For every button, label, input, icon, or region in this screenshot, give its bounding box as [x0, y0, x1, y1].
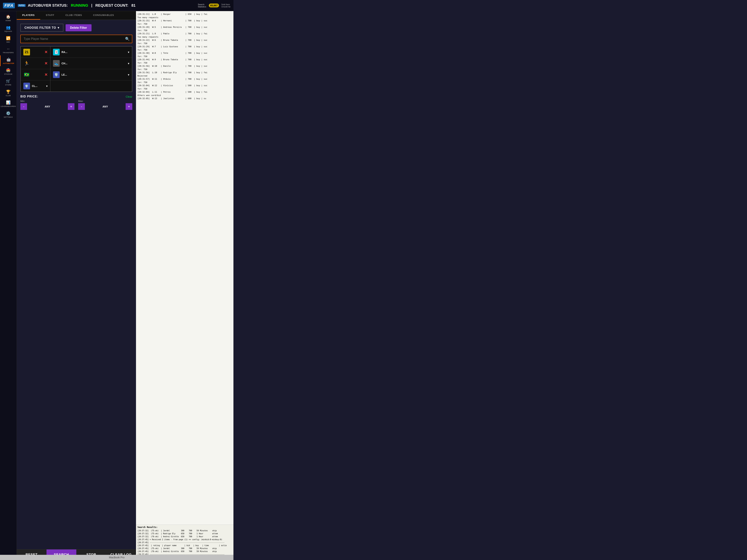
log-entry: [20:31:11] L:8 | Haigar | 650 | buy | fa… [137, 13, 232, 16]
filter-label: CHOOSE FILTER TO [24, 26, 56, 29]
nationality-flag-icon: 🇧🇷 [23, 71, 30, 78]
search-result-row: [20:37:45] = Received 2 items - from pag… [137, 538, 232, 541]
filter-option-ch[interactable]: 👟 CH... ▾ [50, 58, 132, 69]
search-icon-button[interactable]: 🔍 [125, 37, 130, 41]
sidebar-label-home: HOME [5, 20, 11, 22]
log-entry: for: 750 [137, 23, 232, 26]
sidebar-item-autobuyer[interactable]: 🤖 AUTOBUYER [0, 55, 17, 66]
le-option-icon: 🛡️ [53, 71, 60, 78]
log-entry: for: 750 [137, 42, 232, 45]
league-icon: 🛡️ [23, 83, 30, 89]
log-entry: for: 750 [137, 87, 232, 91]
sidebar-label-transfers: TRANSFERS [3, 52, 14, 54]
log-entry: for: 750 [137, 55, 232, 58]
sidebar-label-stadium: STADIUM [4, 73, 12, 75]
sidebar-item-stadium[interactable]: 🏟️ STADIUM [0, 66, 17, 77]
bid-max-label: Max: [78, 100, 132, 102]
ch-option-text: CH... [61, 62, 68, 65]
sidebar-item-home[interactable]: 🏠 HOME [0, 12, 17, 23]
transfers-icon: ↔️ [6, 47, 10, 51]
remove-rating-tag[interactable]: ✕ [45, 50, 48, 54]
header-right: Search: Statistics: 65,667 Sold Item Uns… [198, 3, 230, 8]
le-option-text: LE... [61, 73, 67, 76]
home-icon: 🏠 [6, 15, 10, 19]
log-entry: [20:31:21] L:9 | Pablo | 700 | buy | fai [137, 32, 232, 35]
sidebar-item-leaderboards[interactable]: 📊 LEADERBOARDS [0, 98, 17, 109]
request-label: REQUEST COUNT: [96, 3, 128, 7]
bid-max-value[interactable] [85, 104, 126, 109]
filter-right: 🃏 RA... ▾ 👟 CH... ▾ 🛡️ LE... ▾ [50, 47, 132, 92]
filter-option-ra[interactable]: 🃏 RA... ▾ [50, 47, 132, 58]
sidebar-label-settings: SETTINGS [4, 116, 13, 118]
remove-position-tag[interactable]: ✕ [45, 61, 48, 66]
bid-min-group: Min: - + [20, 100, 75, 110]
position-icon: 🏃 [23, 60, 30, 67]
rating-badge: 21 [23, 49, 30, 55]
bid-min-plus-button[interactable]: + [68, 103, 75, 110]
status-value: RUNNING [71, 3, 88, 7]
delete-filter-button[interactable]: Delete Filter [66, 24, 92, 31]
search-stats: Search: Statistics: [198, 3, 207, 8]
tab-staff[interactable]: STAFF [40, 11, 60, 20]
macbook-bar: MacBook Pro [0, 555, 233, 560]
bid-row: Min: - + Max: - + [20, 100, 132, 110]
tab-bar: PLAYERS STAFF CLUB ITEMS CONSUMABLES [17, 11, 136, 20]
search-input-container: 🔍 [20, 35, 132, 43]
log-panel: [20:31:11] L:8 | Haigar | 650 | buy | fa… [136, 11, 233, 560]
coins-display: 65,667 [209, 3, 219, 7]
ra-option-text: RA... [61, 51, 68, 54]
filter-tag-rating: 21 ✕ [21, 47, 50, 58]
sidebar-label-sbc: SBC [6, 41, 10, 43]
bid-max-minus-button[interactable]: - [78, 103, 85, 110]
header-bar: FIFA FUT21 AUTOBUYER STATUS: RUNNING | R… [0, 0, 233, 11]
player-search-input[interactable] [21, 35, 132, 43]
log-entry: for: 750 [137, 68, 232, 71]
content-area: PLAYERS STAFF CLUB ITEMS CONSUMABLES CHO… [17, 11, 136, 560]
search-result-row: [20:37:32] (75-ok) | Rodrigo Ely 650 700… [137, 532, 232, 535]
remove-nationality-tag[interactable]: ✕ [45, 73, 48, 77]
bid-section: BID PRICE: Clear Min: - + Max: [20, 95, 132, 110]
ch-option-icon: 👟 [53, 60, 60, 67]
autobuyer-status: AUTOBUYER STATUS: RUNNING | REQUEST COUN… [28, 3, 198, 7]
autobuyer-icon: 🤖 [6, 57, 11, 62]
sidebar-item-store[interactable]: 🛒 STORE [0, 77, 17, 88]
tab-consumables[interactable]: CONSUMABLES [87, 11, 120, 20]
search-result-row: [20:37:45] (75-ok) | Jardel 300 700 59 M… [137, 547, 232, 550]
ra-chevron-icon: ▾ [128, 50, 129, 54]
statistics-label: Statistics: [198, 5, 207, 8]
search-results-entries: [20:37:32] (75-ok) | Jardel 300 700 59 M… [137, 529, 232, 559]
log-entry: Others won card/bid [137, 94, 232, 97]
log-entry: [20:32:04] L:11 | Petros | 500 | buy | f… [137, 91, 232, 94]
sidebar-label-autobuyer: AUTOBUYER [3, 62, 14, 64]
status-prefix: AUTOBUYER STATUS: [28, 3, 68, 7]
log-entry: [20:31:56] L:10 | Rodrigo Ely | 700 | bu… [137, 71, 232, 74]
bid-min-minus-button[interactable]: - [20, 103, 27, 110]
log-entry: [20:31:29] W:7 | Luiz Gustavo | 700 | bu… [137, 45, 232, 48]
request-count: 81 [131, 3, 135, 7]
chevron-down-icon: ▾ [58, 26, 59, 29]
log-scroll[interactable]: [20:31:11] L:8 | Haigar | 650 | buy | fa… [136, 11, 233, 525]
sidebar-item-sbc[interactable]: 🔁 SBC [0, 34, 17, 45]
log-entry: for: 750 [137, 29, 232, 32]
log-entry: [20:31:56] W:10 | Danilo | 700 | buy | s… [137, 65, 232, 68]
sidebar-label-squads: SQUADS [4, 30, 12, 32]
search-results-header: Search Results: [137, 526, 232, 529]
tab-players[interactable]: PLAYERS [17, 11, 40, 20]
settings-icon: ⚙️ [6, 111, 10, 116]
main-layout: 🏠 HOME 👥 SQUADS 🔁 SBC ↔️ TRANSFERS 🤖 AUT… [0, 11, 233, 560]
league-option[interactable]: 🛡️ CL... ▾ [21, 80, 50, 92]
bid-min-value[interactable] [27, 104, 68, 109]
league-chevron-icon: ▾ [46, 84, 48, 88]
filter-tag-nationality: 🇧🇷 ✕ [21, 69, 50, 80]
tab-club-items[interactable]: CLUB ITEMS [60, 11, 87, 20]
sidebar-item-settings[interactable]: ⚙️ SETTINGS [0, 109, 17, 120]
sidebar-label-club: CLUB [6, 95, 11, 97]
sidebar-item-squads[interactable]: 👥 SQUADS [0, 23, 17, 34]
bid-max-plus-button[interactable]: + [126, 103, 132, 110]
filter-left: 21 ✕ 🏃 ✕ 🇧🇷 ✕ 🛡️ [21, 47, 50, 92]
sidebar-item-club[interactable]: 🏆 CLUB [0, 88, 17, 98]
filter-dropdown[interactable]: CHOOSE FILTER TO ▾ [20, 24, 63, 32]
filter-option-le[interactable]: 🛡️ LE... ▾ [50, 69, 132, 80]
bid-clear-link[interactable]: Clear [126, 95, 132, 98]
sidebar-item-transfers[interactable]: ↔️ TRANSFERS [0, 45, 17, 55]
